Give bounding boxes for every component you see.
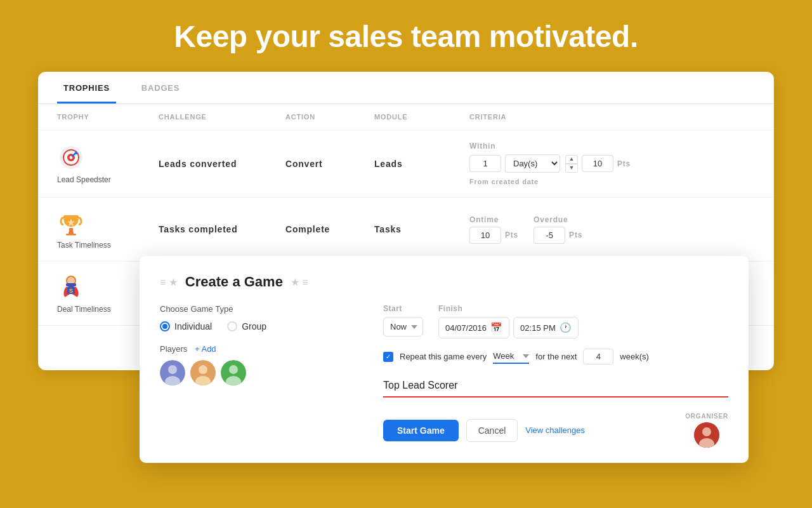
modal-left-panel: Choose Game Type Individual Group Player… [160,304,363,448]
players-section-label: Players + Add [160,344,363,354]
challenge-task-timeliness: Tasks completed [159,224,285,234]
hero-title: Keep your sales team motivated. [174,0,638,72]
organiser-label: ORGANISER [685,413,728,420]
within-stepper: ▲ ▼ [565,155,578,173]
organiser-avatar [694,422,719,448]
within-unit-select[interactable]: Day(s) Week(s) [505,154,560,173]
add-players-link[interactable]: + Add [195,344,216,354]
from-created-label: From created date [469,178,755,185]
cancel-button[interactable]: Cancel [466,419,518,442]
repeat-suffix: week(s) [620,352,649,361]
deal-timeliness-icon: S [57,273,85,301]
pts-value-input[interactable] [582,155,613,172]
start-label: Start [383,304,423,313]
game-name-input[interactable] [383,375,728,398]
lead-speedster-icon [57,144,85,171]
module-task-timeliness: Tasks [374,224,469,234]
challenge-lead-speedster: Leads converted [159,159,285,169]
within-label: Within [469,142,755,150]
trophy-name-deal-timeliness: Deal Timeliness [57,305,111,314]
modal-header: ≡ ★ Create a Game ★ ≡ [160,274,728,290]
start-block: Start Now [383,304,423,338]
repeat-count-input[interactable] [583,349,613,364]
trophy-name-lead-speedster: Lead Speedster [57,175,111,184]
action-lead-speedster: Convert [285,159,374,169]
player-avatar-2[interactable] [190,360,216,385]
finish-block: Finish 04/07/2016 📅 02:15 PM 🕐 [438,304,579,338]
col-criteria-header: CRITERIA [469,113,755,121]
svg-point-20 [199,365,207,374]
modal-footer: Start Game Cancel View challenges ORGANI… [383,413,728,448]
start-game-button[interactable]: Start Game [383,420,459,441]
modal-title: Create a Game [185,274,283,290]
start-select[interactable]: Now [383,317,423,337]
col-module-header: MODULE [374,113,469,121]
finish-time-value: 02:15 PM [520,323,556,333]
tab-trophies[interactable]: TROPHIES [57,72,116,104]
radio-group-circle [227,321,237,331]
modal-deco-right: ★ ≡ [291,276,308,288]
radio-individual[interactable]: Individual [160,321,212,331]
svg-rect-7 [66,234,76,236]
svg-point-17 [168,365,177,374]
table-header: TROPHY CHALLENGE ACTION MODULE CRITERIA [38,104,774,130]
tabs-bar: TROPHIES BADGES [38,72,774,104]
table-row: Lead Speedster Leads converted Convert L… [38,130,774,197]
repeat-text: Repeat this game every [400,352,487,361]
modal-deco-left: ≡ ★ [160,276,178,288]
start-finish-row: Start Now Finish 04/07/2016 📅 [383,304,728,338]
within-value-input[interactable] [469,155,501,172]
action-task-timeliness: Complete [285,224,374,234]
trophy-name-task-timeliness: Task Timeliness [57,241,111,250]
finish-date-display[interactable]: 04/07/2016 📅 [438,317,509,338]
radio-individual-circle [160,321,170,331]
ontime-label: Ontime [469,215,518,224]
calendar-icon: 📅 [490,322,502,333]
svg-point-26 [702,427,711,436]
svg-rect-8 [69,228,73,232]
stepper-down[interactable]: ▼ [565,164,578,173]
radio-individual-dot [162,324,167,329]
svg-point-23 [229,365,238,374]
trophy-cell-task-timeliness: Task Timeliness [57,209,159,250]
svg-rect-9 [63,215,79,218]
radio-group-item[interactable]: Group [227,321,266,331]
group-label: Group [242,321,266,331]
overdue-label: Overdue [534,215,582,224]
repeat-checkbox[interactable]: ✓ [383,352,393,362]
modal-body: Choose Game Type Individual Group Player… [160,304,728,448]
criteria-task-timeliness: Ontime Pts Overdue Pts [469,215,755,244]
module-lead-speedster: Leads [374,159,469,169]
repeat-row: ✓ Repeat this game every Week Day Month … [383,349,728,364]
pts-label: Pts [617,159,631,168]
create-game-modal: ≡ ★ Create a Game ★ ≡ Choose Game Type I… [140,256,749,463]
finish-date-value: 04/07/2016 [445,323,487,333]
svg-rect-15 [66,283,76,286]
start-input-row: Now [383,317,423,337]
clock-icon: 🕐 [560,322,572,333]
radio-group: Individual Group [160,321,363,331]
main-card: TROPHIES BADGES TROPHY CHALLENGE ACTION … [38,72,774,370]
task-timeliness-icon [57,209,85,237]
finish-input-row: 04/07/2016 📅 02:15 PM 🕐 [438,317,579,338]
stepper-up[interactable]: ▲ [565,155,578,164]
repeat-unit-select[interactable]: Week Day Month [493,349,529,364]
table-row: Task Timeliness Tasks completed Complete… [38,197,774,262]
trophy-cell-lead-speedster: Lead Speedster [57,144,159,184]
criteria-lead-speedster: Within Day(s) Week(s) ▲ ▼ Pts From creat… [469,142,755,185]
finish-time-display[interactable]: 02:15 PM 🕐 [513,317,579,338]
individual-label: Individual [174,321,212,331]
player-avatar-3[interactable] [221,360,246,385]
avatars-row [160,360,363,385]
player-avatar-1[interactable] [160,360,185,385]
svg-text:S: S [69,288,73,294]
game-type-label: Choose Game Type [160,304,363,314]
overdue-pts-input[interactable] [534,227,565,244]
view-challenges-link[interactable]: View challenges [525,425,585,435]
ontime-pts-input[interactable] [469,227,501,244]
footer-actions: Start Game Cancel View challenges [383,419,585,442]
tab-badges[interactable]: BADGES [135,72,186,104]
modal-right-panel: Start Now Finish 04/07/2016 📅 [383,304,728,448]
ontime-pts-label: Pts [505,231,518,239]
organiser-block: ORGANISER [685,413,728,448]
